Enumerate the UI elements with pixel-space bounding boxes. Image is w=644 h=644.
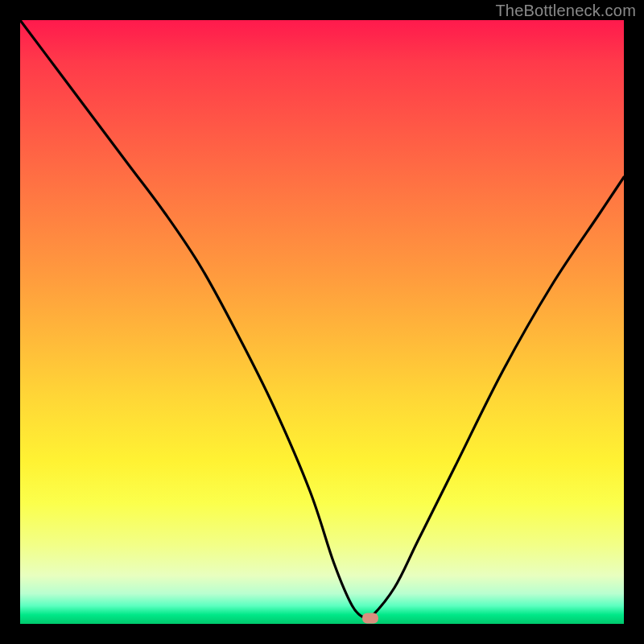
curve-svg xyxy=(20,20,624,624)
plot-area xyxy=(20,20,624,624)
bottleneck-curve-path xyxy=(20,20,624,621)
optimal-marker xyxy=(362,613,378,623)
chart-frame: TheBottleneck.com xyxy=(0,0,644,644)
watermark-text: TheBottleneck.com xyxy=(495,2,636,20)
